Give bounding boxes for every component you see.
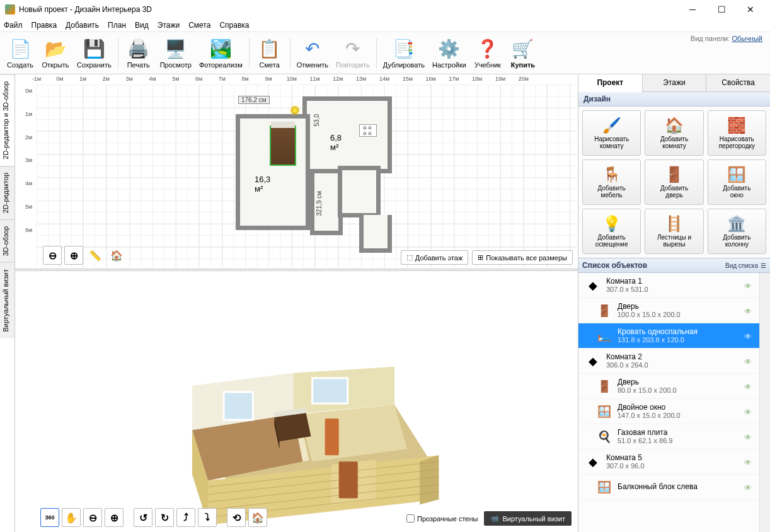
room-2[interactable] [302,96,392,173]
add-window-button[interactable]: 🪟Добавитьокно [708,159,766,205]
objlist-row[interactable]: 🚪Дверь80.0 x 15.0 x 200.0👁 [578,374,759,399]
menu-floors[interactable]: Этажи [158,21,180,30]
left-vertical-tabs: 2D-редактор и 3D-обзор 2D-редактор 3D-об… [0,74,15,532]
maximize-button[interactable]: ☐ [707,0,736,19]
reset-view[interactable]: ⟲ [227,508,246,527]
rot-right[interactable]: ↻ [155,508,174,527]
settings-button[interactable]: ⚙️Настройки [428,33,470,73]
zoom-in-2d[interactable]: ⊕ [64,246,83,265]
tutorial-button[interactable]: ❓Учебник [470,33,505,73]
objlist-row[interactable]: ◆Комната 5307.0 x 96.0👁 [578,449,759,475]
pan-button[interactable]: ✋ [62,508,81,527]
help-icon: ❓ [476,37,499,60]
menu-edit[interactable]: Правка [32,21,57,30]
eye-icon[interactable]: 👁 [744,383,756,390]
objlist-row[interactable]: ◆Комната 2306.0 x 264.0👁 [578,349,759,374]
room-3[interactable] [338,166,381,217]
stove-object[interactable]: ⊙⊙⊙⊙ [359,124,377,137]
duplicate-button[interactable]: 📑Дублировать [379,33,428,73]
vtab-2d[interactable]: 2D-редактор [0,166,14,219]
objlist-row[interactable]: 🚪Дверь100.0 x 15.0 x 200.0👁 [578,298,759,323]
eye-icon[interactable]: 👁 [744,433,756,441]
menu-file[interactable]: Файл [4,21,23,30]
tilt-up[interactable]: ⤴ [176,508,195,527]
file-icon: 📄 [9,37,32,60]
measure-tool[interactable]: 📏 [86,246,105,265]
objlist-row[interactable]: 🪟Балконный блок слева👁 [578,475,759,500]
bed-object[interactable] [270,125,296,166]
app-icon [5,4,15,14]
eye-icon[interactable]: 👁 [744,307,756,315]
panel-mode-link[interactable]: Обычный [732,35,762,42]
eye-icon[interactable]: 👁 [744,282,756,289]
estimate-button[interactable]: 📋Смета [252,33,287,73]
home-3d[interactable]: 🏠 [248,508,267,527]
add-light-button[interactable]: 💡Добавитьосвещение [582,209,641,254]
tab-project[interactable]: Проект [578,74,642,92]
zoom-out-2d[interactable]: ⊖ [43,246,62,265]
zoom-in-3d[interactable]: ⊕ [105,508,124,527]
redo-button[interactable]: ↷Повторить [332,33,374,73]
vtab-virtual[interactable]: Виртуальный визит [0,262,14,338]
plan-2d-view[interactable]: -1м0м1м2м3м4м5м6м7м8м9м10м11м12м13м14м15… [15,74,578,269]
print-button[interactable]: 🖨️Печать [121,33,156,73]
undo-button[interactable]: ↶Отменить [293,33,332,73]
tab-floors[interactable]: Этажи [642,74,706,91]
objlist-scrollbar[interactable] [759,273,770,532]
object-list[interactable]: ◆Комната 1307.0 x 531.0👁🚪Дверь100.0 x 15… [578,273,759,532]
home-2d[interactable]: 🏠 [107,246,126,265]
save-button[interactable]: 💾Сохранить [73,33,115,73]
draw-partition-button[interactable]: 🧱Нарисоватьперегородку [708,110,766,156]
add-floor-button[interactable]: ⬚Добавить этаж [401,250,468,265]
duplicate-icon: 📑 [393,37,415,60]
vtab-2d3d[interactable]: 2D-редактор и 3D-обзор [0,74,14,166]
tab-props[interactable]: Свойства [706,74,770,91]
eye-icon[interactable]: 👁 [744,332,756,340]
plus-layers-icon: ⬚ [406,253,413,262]
eye-icon[interactable]: 👁 [744,483,756,491]
menu-help[interactable]: Справка [219,21,249,30]
rot-left[interactable]: ↺ [134,508,152,527]
light-object[interactable] [291,107,299,114]
transparent-walls-checkbox[interactable]: Прозрачные стены [406,514,478,523]
object-icon: 🪟 [596,479,612,495]
minimize-button[interactable]: ─ [678,0,707,19]
eye-icon[interactable]: 👁 [744,408,756,415]
dims-icon: ⊞ [478,253,483,262]
redo-icon: ↷ [342,37,364,60]
object-name: Комната 1 [606,277,739,286]
create-button[interactable]: 📄Создать [3,33,38,73]
objlist-row[interactable]: 🍳Газовая плита51.0 x 62.1 x 86.9👁 [578,424,759,449]
360-button[interactable]: 360 [40,508,59,527]
menu-view[interactable]: Вид [135,21,149,30]
add-furniture-button[interactable]: 🪑Добавитьмебель [582,159,641,205]
view-3d[interactable]: 360 ✋ ⊖ ⊕ ↺ ↻ ⤴ ⤵ ⟲ 🏠 Прозрачные стены [15,271,578,532]
add-door-button[interactable]: 🚪Добавитьдверь [645,159,703,205]
buy-button[interactable]: 🛒Купить [505,33,541,73]
draw-room-button[interactable]: 🖌️Нарисоватькомнату [582,110,641,156]
eye-icon[interactable]: 👁 [744,458,756,466]
objlist-row[interactable]: 🛏️Кровать односпальная131.8 x 203.8 x 12… [578,323,759,349]
eye-icon[interactable]: 👁 [744,357,756,365]
objlist-row[interactable]: 🪟Двойное окно147.0 x 15.0 x 200.0👁 [578,399,759,424]
object-icon: 🚪 [596,378,612,395]
tilt-down[interactable]: ⤵ [198,508,217,527]
photoreal-button[interactable]: 🏞️Фотореализм [195,33,246,73]
menu-plan[interactable]: План [108,21,126,30]
menu-estimate[interactable]: Смета [188,21,210,30]
vtab-3d[interactable]: 3D-обзор [0,219,14,262]
transparent-walls-input[interactable] [406,514,415,523]
room-2b[interactable] [359,215,392,253]
close-button[interactable]: ✕ [736,0,765,19]
preview-button[interactable]: 🖥️Просмотр [156,33,195,73]
stairs-button[interactable]: 🪜Лестницы ивырезы [645,209,703,254]
add-column-button[interactable]: 🏛️Добавитьколонну [708,209,766,254]
menu-add[interactable]: Добавить [66,21,99,30]
open-button[interactable]: 📂Открыть [38,33,73,73]
zoom-out-3d[interactable]: ⊖ [83,508,102,527]
show-dims-button[interactable]: ⊞Показывать все размеры [472,250,573,265]
virtual-visit-button[interactable]: 📹Виртуальный визит [484,511,572,526]
objlist-row[interactable]: ◆Комната 1307.0 x 531.0👁 [578,273,759,298]
add-room-button[interactable]: 🏠Добавитькомнату [645,110,703,156]
objlist-viewmode[interactable]: Вид списка ☰ [725,262,766,269]
